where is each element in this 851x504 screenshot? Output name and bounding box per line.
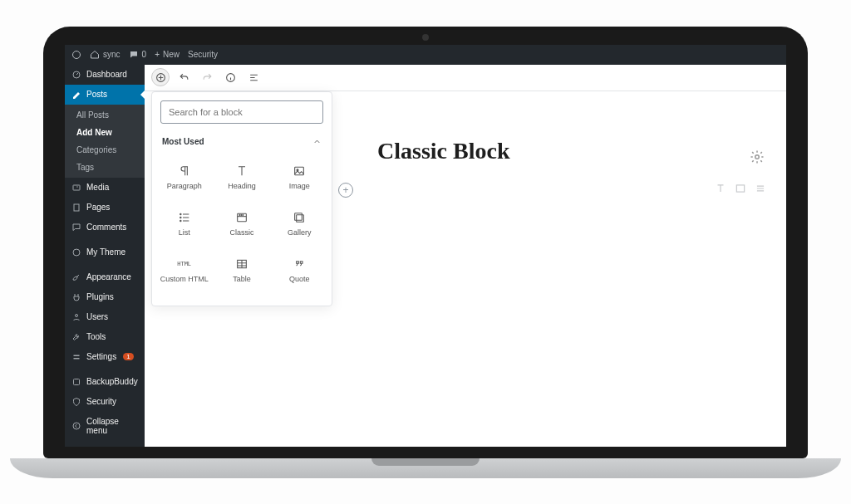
- block-label: Heading: [228, 182, 256, 190]
- site-link[interactable]: sync: [90, 50, 121, 60]
- sidebar-item-settings[interactable]: Settings1: [65, 347, 145, 367]
- outline-button[interactable]: [244, 68, 263, 86]
- svg-rect-13: [295, 167, 304, 174]
- plus-icon: +: [155, 50, 160, 59]
- sidebar-sub-all-posts[interactable]: All Posts: [65, 106, 145, 124]
- svg-rect-22: [297, 215, 304, 223]
- security-link[interactable]: Security: [188, 50, 218, 59]
- list-icon: [176, 211, 193, 224]
- sidebar-sub-add-new[interactable]: Add New: [65, 124, 145, 141]
- quote-icon: [291, 257, 307, 271]
- svg-point-19: [239, 215, 240, 216]
- svg-point-0: [73, 51, 81, 58]
- paragraph-icon: [176, 164, 193, 178]
- more-tool-icon[interactable]: [755, 183, 766, 198]
- new-link[interactable]: +New: [155, 50, 180, 59]
- inline-inserter-button[interactable]: +: [338, 183, 353, 198]
- add-block-button[interactable]: [151, 68, 170, 86]
- wp-logo-icon[interactable]: [71, 50, 81, 60]
- update-badge: 1: [123, 353, 133, 360]
- sidebar-label: Plugins: [86, 292, 114, 301]
- security-label: Security: [188, 50, 218, 59]
- block-side-toolbar: [715, 183, 766, 198]
- sidebar-label: Media: [86, 183, 109, 192]
- block-quote[interactable]: Quote: [271, 247, 328, 294]
- laptop-lid: sync 0 +New Security Dashboard Posts All…: [43, 27, 808, 458]
- image-tool-icon[interactable]: [735, 183, 746, 198]
- block-inserter-popover: Most Used Paragraph Heading Image List C…: [151, 91, 332, 306]
- sidebar-label: Appearance: [86, 272, 131, 281]
- block-label: Paragraph: [167, 182, 202, 190]
- svg-rect-26: [736, 184, 744, 191]
- svg-point-16: [180, 217, 180, 218]
- camera-icon: [422, 34, 429, 41]
- redo-button[interactable]: [198, 68, 216, 86]
- block-custom-html[interactable]: HTMLCustom HTML: [155, 247, 213, 294]
- svg-point-5: [73, 249, 80, 256]
- sidebar-item-tools[interactable]: Tools: [65, 327, 145, 347]
- sidebar-item-dashboard[interactable]: Dashboard: [65, 65, 145, 85]
- sidebar-label: Collapse menu: [86, 417, 138, 435]
- block-gallery[interactable]: Gallery: [271, 201, 328, 247]
- svg-point-20: [241, 215, 242, 216]
- post-title[interactable]: Classic Block: [377, 138, 509, 164]
- sidebar-item-pages[interactable]: Pages: [65, 198, 145, 218]
- trackpad-notch: [371, 458, 480, 466]
- sidebar-label: My Theme: [86, 247, 125, 257]
- svg-rect-7: [74, 355, 80, 356]
- block-search-input[interactable]: [160, 100, 323, 124]
- block-label: Table: [233, 275, 251, 283]
- html-icon: HTML: [176, 257, 193, 271]
- block-label: Classic: [229, 228, 253, 237]
- block-heading[interactable]: Heading: [213, 154, 270, 201]
- block-settings-icon[interactable]: [750, 149, 765, 164]
- editor-toolbar: [145, 65, 786, 91]
- sidebar-label: Tools: [86, 332, 106, 341]
- sidebar-label: Posts: [86, 90, 107, 99]
- sidebar-item-appearance[interactable]: Appearance: [65, 267, 145, 287]
- sidebar-label: Security: [86, 397, 116, 406]
- sidebar-item-plugins[interactable]: Plugins: [65, 287, 145, 307]
- inserter-panel-most-used[interactable]: Most Used: [152, 129, 332, 149]
- info-button[interactable]: [221, 68, 239, 86]
- svg-point-17: [180, 220, 180, 221]
- sidebar-label: Comments: [86, 223, 126, 232]
- panel-title: Most Used: [162, 137, 204, 146]
- sidebar-item-backupbuddy[interactable]: BackupBuddy: [65, 372, 145, 392]
- svg-rect-4: [74, 204, 79, 211]
- sidebar-sub-tags[interactable]: Tags: [65, 159, 145, 176]
- block-label: List: [179, 228, 190, 237]
- block-paragraph[interactable]: Paragraph: [155, 154, 213, 201]
- sidebar-item-users[interactable]: Users: [65, 307, 145, 327]
- svg-point-15: [180, 213, 180, 214]
- screen: sync 0 +New Security Dashboard Posts All…: [65, 45, 786, 447]
- sidebar-item-media[interactable]: Media: [65, 178, 145, 198]
- block-image[interactable]: Image: [271, 154, 328, 201]
- block-classic[interactable]: Classic: [213, 201, 270, 247]
- sidebar-item-mytheme[interactable]: My Theme: [65, 242, 145, 262]
- sidebar-item-comments[interactable]: Comments: [65, 218, 145, 237]
- sidebar-label: Pages: [86, 203, 110, 212]
- gallery-icon: [291, 211, 307, 224]
- undo-button[interactable]: [175, 68, 193, 86]
- admin-sidebar: Dashboard Posts All Posts Add New Catego…: [65, 65, 145, 447]
- laptop-base: [10, 458, 841, 478]
- sidebar-item-security[interactable]: Security: [65, 392, 145, 412]
- sidebar-collapse[interactable]: Collapse menu: [65, 412, 145, 440]
- comments-link[interactable]: 0: [129, 50, 147, 60]
- block-list[interactable]: List: [155, 201, 213, 247]
- comment-count: 0: [142, 50, 147, 59]
- svg-rect-8: [74, 358, 80, 360]
- block-table[interactable]: Table: [213, 247, 270, 294]
- block-label: Custom HTML: [160, 275, 209, 283]
- admin-bar: sync 0 +New Security: [65, 45, 786, 65]
- sidebar-item-posts[interactable]: Posts: [65, 85, 145, 105]
- sidebar-sub-categories[interactable]: Categories: [65, 141, 145, 159]
- new-label: New: [163, 50, 180, 59]
- image-icon: [291, 164, 307, 178]
- text-tool-icon[interactable]: [715, 183, 726, 198]
- block-search: [160, 100, 323, 124]
- editor-canvas[interactable]: Most Used Paragraph Heading Image List C…: [145, 91, 786, 447]
- sidebar-label: Dashboard: [86, 70, 127, 79]
- editor-main: Most Used Paragraph Heading Image List C…: [145, 65, 786, 447]
